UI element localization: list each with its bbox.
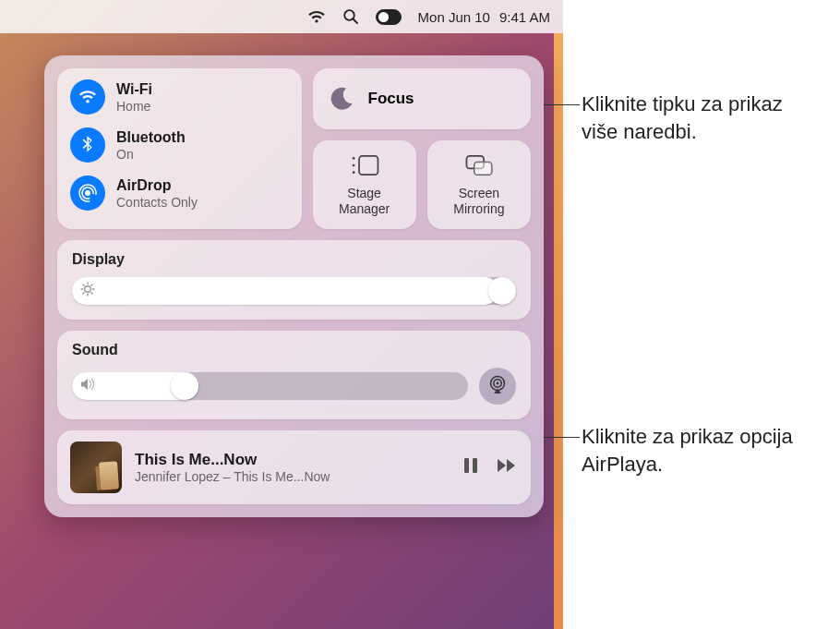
control-center-menubar-icon[interactable] (376, 9, 402, 25)
stage-manager-label-1: Stage (339, 186, 390, 200)
airdrop-label: AirDrop (116, 177, 198, 194)
airdrop-icon (70, 175, 105, 211)
svg-line-17 (83, 284, 84, 285)
airplay-icon (487, 374, 508, 398)
display-slider[interactable] (72, 277, 516, 305)
svg-point-2 (85, 190, 90, 196)
callout-focus-text: Kliknite tipku za prikaz više naredbi. (582, 91, 822, 145)
svg-rect-5 (359, 156, 378, 175)
airplay-audio-button[interactable] (479, 368, 516, 405)
svg-point-6 (352, 157, 354, 160)
bluetooth-label: Bluetooth (116, 129, 186, 146)
now-playing-tile[interactable]: This Is Me...Now Jennifer Lopez – This I… (57, 430, 531, 504)
wifi-status: Home (116, 99, 152, 114)
focus-button[interactable]: Focus (313, 68, 532, 129)
screen-mirroring-label-2: Mirroring (453, 201, 504, 216)
spotlight-icon[interactable] (342, 8, 359, 25)
svg-point-7 (352, 164, 354, 167)
svg-point-23 (497, 382, 499, 385)
wifi-toggle[interactable]: Wi-Fi Home (70, 79, 289, 115)
brightness-icon (80, 282, 95, 300)
svg-line-19 (83, 293, 84, 294)
airdrop-toggle[interactable]: AirDrop Contacts Only (70, 175, 289, 211)
svg-line-20 (91, 284, 92, 285)
next-track-button[interactable] (496, 456, 518, 478)
screen-mirroring-label-1: Screen (453, 186, 504, 200)
svg-point-12 (85, 286, 90, 292)
sound-slider[interactable] (72, 372, 468, 400)
connectivity-tile: Wi-Fi Home Bluetooth On AirDrop (57, 68, 302, 229)
control-center-panel: Wi-Fi Home Bluetooth On AirDrop (44, 55, 544, 517)
speaker-icon (80, 378, 97, 394)
stage-manager-icon (349, 153, 380, 180)
screen-mirroring-button[interactable]: Screen Mirroring (427, 140, 531, 229)
bluetooth-status: On (116, 147, 186, 162)
menubar-date[interactable]: Mon Jun 10 (418, 9, 490, 25)
svg-rect-25 (473, 458, 477, 473)
svg-point-8 (352, 172, 354, 175)
bluetooth-icon (70, 127, 105, 163)
pause-button[interactable] (462, 456, 479, 478)
menu-bar: Mon Jun 10 9:41 AM (0, 0, 563, 33)
svg-line-1 (353, 19, 357, 24)
sound-tile: Sound (57, 331, 531, 419)
moon-icon (328, 85, 355, 113)
window-edge-accent (554, 33, 563, 629)
stage-manager-label-2: Manager (339, 201, 390, 216)
svg-rect-24 (464, 458, 469, 473)
wifi-icon (70, 79, 105, 115)
annotation-pane: Kliknite tipku za prikaz više naredbi. K… (563, 0, 840, 629)
bluetooth-toggle[interactable]: Bluetooth On (70, 127, 289, 163)
wifi-icon[interactable] (307, 10, 326, 24)
now-playing-title: This Is Me...Now (135, 451, 450, 469)
screen-mirroring-icon (463, 153, 495, 180)
sound-label: Sound (72, 342, 516, 358)
callout-line-focus (543, 104, 580, 105)
airdrop-status: Contacts Only (116, 195, 198, 210)
focus-label: Focus (368, 90, 414, 108)
wifi-label: Wi-Fi (116, 81, 152, 98)
display-label: Display (72, 251, 516, 268)
now-playing-subtitle: Jennifer Lopez – This Is Me...Now (135, 469, 450, 484)
display-tile: Display (57, 240, 531, 320)
stage-manager-button[interactable]: Stage Manager (313, 140, 416, 229)
menubar-time[interactable]: 9:41 AM (499, 9, 550, 25)
callout-airplay-text: Kliknite za prikaz opcija AirPlaya. (582, 423, 822, 478)
svg-line-18 (91, 293, 92, 294)
album-art (70, 442, 122, 493)
svg-rect-11 (474, 163, 492, 175)
